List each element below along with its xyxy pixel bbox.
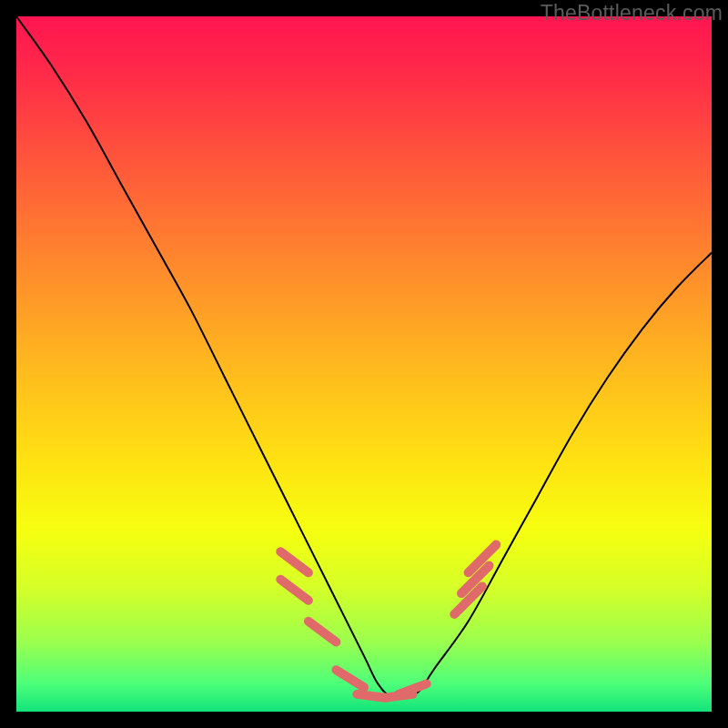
highlight-dash [280, 580, 308, 601]
chart-overlay [16, 16, 712, 712]
highlight-dash [280, 551, 308, 572]
bottleneck-curve [16, 16, 712, 699]
highlight-dash [308, 622, 337, 642]
highlight-dash [399, 683, 427, 694]
highlight-dash [336, 670, 364, 687]
chart-stage: TheBottleneck.com [0, 0, 728, 728]
highlight-dashes-group [280, 545, 496, 698]
watermark-text: TheBottleneck.com [541, 1, 723, 25]
